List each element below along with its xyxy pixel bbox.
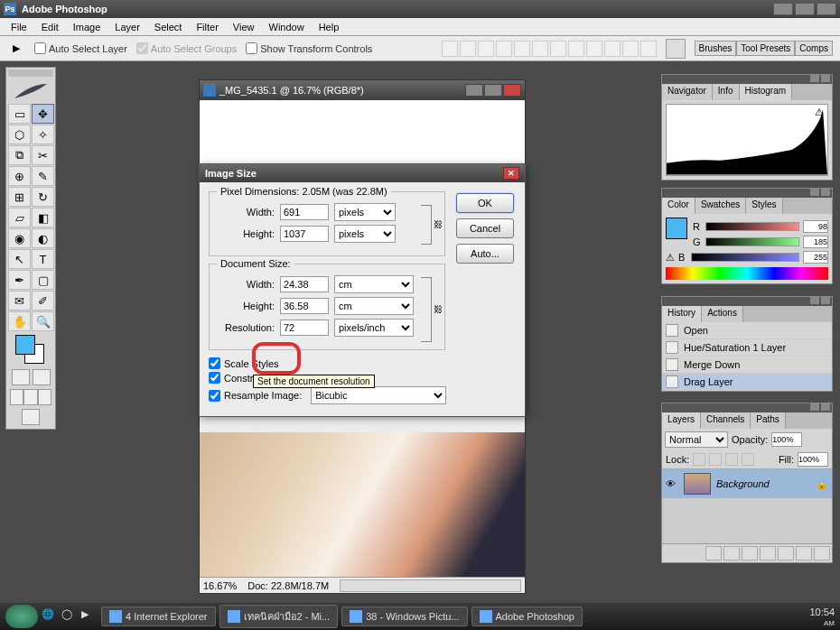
- pixel-height-unit[interactable]: pixels: [334, 225, 396, 243]
- slice-tool[interactable]: ✂: [32, 145, 54, 165]
- blend-mode-select[interactable]: Normal: [665, 431, 728, 448]
- panel-close-icon[interactable]: [821, 403, 830, 411]
- tab-layers[interactable]: Layers: [662, 412, 701, 429]
- tab-actions[interactable]: Actions: [702, 306, 743, 322]
- stamp-tool[interactable]: ⊞: [8, 187, 31, 207]
- canvas-image[interactable]: [200, 432, 525, 577]
- wand-tool[interactable]: ✧: [32, 125, 54, 144]
- group-icon[interactable]: [778, 546, 794, 561]
- menu-window[interactable]: Window: [262, 20, 312, 34]
- menu-help[interactable]: Help: [312, 20, 347, 34]
- tab-info[interactable]: Info: [713, 84, 740, 100]
- system-clock[interactable]: 10:54AM: [809, 607, 835, 627]
- healing-tool[interactable]: ⊕: [8, 166, 31, 186]
- opacity-input[interactable]: [771, 432, 802, 447]
- align-icon[interactable]: [568, 41, 584, 57]
- resample-image-checkbox[interactable]: [209, 390, 220, 402]
- align-icon[interactable]: [514, 41, 530, 57]
- panel-minimize-icon[interactable]: [810, 403, 819, 411]
- lock-position-icon[interactable]: [725, 453, 738, 466]
- tab-navigator[interactable]: Navigator: [662, 84, 713, 100]
- quicklaunch-icon[interactable]: ▶: [81, 608, 98, 625]
- dialog-close-button[interactable]: ✕: [503, 167, 519, 180]
- menu-file[interactable]: File: [4, 20, 34, 34]
- align-icon[interactable]: [532, 41, 548, 57]
- adjustment-layer-icon[interactable]: [760, 546, 776, 561]
- resolution-unit[interactable]: pixels/inch: [334, 319, 414, 337]
- align-icon[interactable]: [496, 41, 512, 57]
- history-item[interactable]: Merge Down: [662, 357, 832, 374]
- tab-tool-presets[interactable]: Tool Presets: [736, 41, 795, 56]
- lock-pixels-icon[interactable]: [709, 453, 722, 466]
- auto-select-layer-checkbox[interactable]: Auto Select Layer: [34, 42, 127, 54]
- minimize-button[interactable]: [773, 3, 793, 15]
- color-swatch[interactable]: [666, 218, 687, 239]
- layer-name[interactable]: Background: [716, 478, 770, 489]
- blur-tool[interactable]: ◉: [8, 228, 31, 248]
- doc-minimize-button[interactable]: [465, 84, 483, 97]
- menu-filter[interactable]: Filter: [189, 20, 225, 34]
- screen-mode-icon[interactable]: [10, 389, 23, 405]
- quicklaunch-icon[interactable]: 🌐: [42, 608, 58, 625]
- quickmask-mode-icon[interactable]: [33, 369, 51, 385]
- align-icon[interactable]: [586, 41, 602, 57]
- g-value[interactable]: [803, 236, 828, 248]
- layer-row[interactable]: 👁 Background 🔒: [662, 469, 832, 498]
- move-tool[interactable]: ✥: [32, 104, 54, 124]
- tab-paths[interactable]: Paths: [751, 412, 786, 429]
- align-icon[interactable]: [622, 41, 639, 57]
- align-icon[interactable]: [640, 41, 657, 57]
- cancel-button[interactable]: Cancel: [456, 218, 514, 238]
- history-item[interactable]: Drag Layer: [662, 374, 832, 391]
- visibility-icon[interactable]: 👁: [666, 478, 678, 489]
- align-icon[interactable]: [478, 41, 494, 57]
- layer-style-icon[interactable]: [723, 546, 740, 561]
- b-slider[interactable]: [691, 253, 799, 262]
- eyedropper-tool[interactable]: ✐: [32, 291, 54, 310]
- doc-height-unit[interactable]: cm: [334, 297, 414, 315]
- lock-all-icon[interactable]: [742, 453, 754, 466]
- fill-input[interactable]: [798, 452, 828, 467]
- screen-mode-icon[interactable]: [23, 389, 37, 405]
- eraser-tool[interactable]: ▱: [8, 208, 31, 227]
- dodge-tool[interactable]: ◐: [32, 228, 54, 248]
- zoom-tool[interactable]: 🔍: [32, 311, 54, 331]
- r-value[interactable]: [803, 220, 828, 233]
- tab-color[interactable]: Color: [662, 198, 695, 214]
- menu-edit[interactable]: Edit: [34, 20, 66, 34]
- lock-transparency-icon[interactable]: [693, 453, 705, 466]
- doc-height-input[interactable]: [280, 298, 329, 314]
- r-slider[interactable]: [705, 222, 799, 231]
- show-transform-checkbox[interactable]: Show Transform Controls: [246, 42, 372, 54]
- pixel-width-input[interactable]: [280, 204, 329, 220]
- maximize-button[interactable]: [795, 3, 815, 15]
- align-icon[interactable]: [442, 41, 458, 57]
- panel-close-icon[interactable]: [821, 189, 830, 196]
- panel-close-icon[interactable]: [821, 297, 830, 304]
- palette-well-icon[interactable]: [666, 39, 686, 59]
- doc-close-button[interactable]: [503, 84, 521, 97]
- tab-histogram[interactable]: Histogram: [740, 84, 793, 100]
- lasso-tool[interactable]: ⬡: [8, 125, 31, 144]
- type-tool[interactable]: T: [32, 249, 54, 269]
- tab-brushes[interactable]: Brushes: [695, 41, 737, 56]
- menu-view[interactable]: View: [226, 20, 262, 34]
- scale-styles-checkbox[interactable]: [209, 357, 220, 369]
- panel-minimize-icon[interactable]: [810, 189, 819, 196]
- panel-minimize-icon[interactable]: [810, 297, 819, 304]
- doc-width-unit[interactable]: cm: [334, 275, 414, 293]
- history-brush-tool[interactable]: ↻: [32, 187, 54, 207]
- standard-mode-icon[interactable]: [12, 369, 30, 385]
- imageready-icon[interactable]: [22, 409, 40, 425]
- tab-channels[interactable]: Channels: [701, 412, 751, 429]
- quicklaunch-icon[interactable]: ◯: [61, 608, 78, 625]
- taskbar-item[interactable]: 4 Internet Explorer: [101, 607, 216, 626]
- tab-swatches[interactable]: Swatches: [695, 198, 746, 214]
- color-spectrum[interactable]: [666, 267, 828, 280]
- start-button[interactable]: [5, 605, 38, 628]
- panel-minimize-icon[interactable]: [810, 75, 819, 82]
- foreground-color[interactable]: [15, 335, 35, 355]
- tab-comps[interactable]: Comps: [795, 41, 833, 56]
- taskbar-item[interactable]: 38 - Windows Pictu...: [341, 607, 467, 626]
- menu-layer[interactable]: Layer: [107, 20, 147, 34]
